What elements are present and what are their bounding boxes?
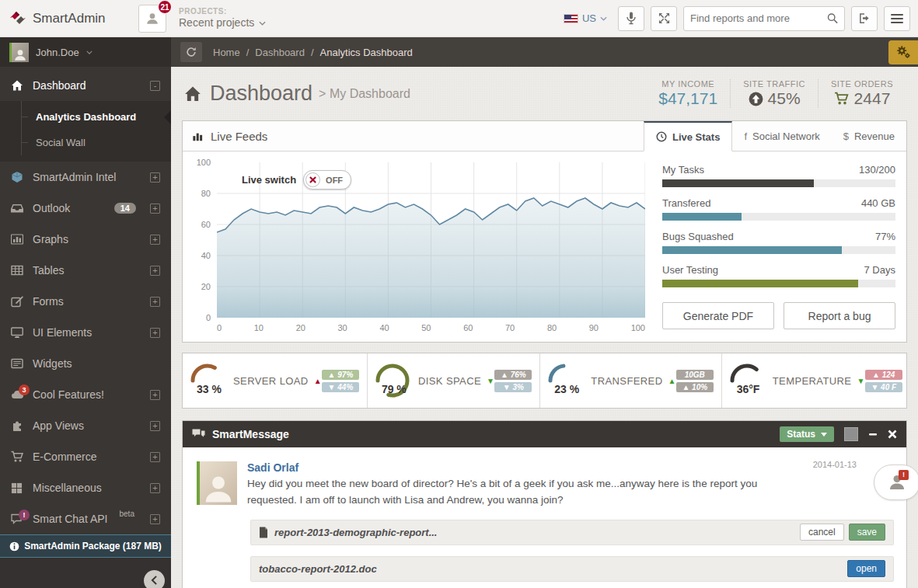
tile-badge: ▲ 124	[865, 370, 902, 380]
tab-revenue[interactable]: $ Revenue	[832, 121, 906, 151]
live-feeds-body: 020406080100	[183, 151, 906, 342]
expand-marker[interactable]: +	[150, 297, 160, 307]
sidebar-item-analytics-dashboard[interactable]: Analytics Dashboard	[0, 104, 171, 130]
tile-badge: ▲ 97%	[322, 370, 359, 380]
search-icon[interactable]	[827, 12, 838, 24]
user-icon	[145, 12, 159, 26]
monitor-icon	[11, 326, 24, 339]
expand-marker[interactable]: +	[150, 390, 160, 400]
attachment-row[interactable]: report-2013-demographic-report... cancel…	[250, 520, 894, 545]
tab-live-stats[interactable]: Live Stats	[644, 121, 732, 151]
sidebar-item-smartadmin-intel[interactable]: SmartAdmin Intel +	[0, 162, 171, 193]
chevron-down-icon	[86, 50, 92, 54]
trend-up-icon: ▲	[668, 377, 675, 385]
live-switch-label: Live switch	[242, 174, 296, 186]
generate-pdf-button[interactable]: Generate PDF	[662, 302, 774, 329]
layout-settings-button[interactable]	[888, 40, 918, 64]
expand-marker[interactable]: +	[150, 514, 160, 524]
bar-chart-icon	[192, 131, 204, 142]
sender-name[interactable]: Sadi Orlaf	[247, 461, 801, 474]
breadcrumb-dashboard[interactable]: Dashboard	[255, 47, 305, 58]
tile-badge: ▲ 76%	[494, 370, 532, 380]
page-subtitle: > My Dashboard	[319, 87, 410, 101]
sidebar-item-widgets[interactable]: Widgets	[0, 348, 171, 379]
chevron-left-icon	[151, 576, 158, 585]
cart-icon	[11, 451, 24, 463]
home-icon	[183, 85, 202, 103]
stat-bugs-squashed: Bugs Squashed77%	[662, 231, 895, 254]
stat-my-income: MY INCOME $47,171	[646, 79, 730, 108]
panel-title: Live Feeds	[211, 130, 267, 143]
attachment-row[interactable]: tobacco-report-2012.doc open	[250, 556, 894, 582]
collapse-marker[interactable]: -	[150, 81, 160, 91]
activity-button[interactable]: 21	[138, 5, 166, 33]
list-icon	[11, 357, 24, 370]
expand-marker[interactable]: +	[150, 483, 160, 493]
logout-button[interactable]	[851, 6, 878, 31]
open-button[interactable]: open	[847, 560, 885, 577]
brand-name: SmartAdmin	[33, 11, 106, 26]
search-input[interactable]	[690, 12, 827, 24]
hamburger-icon	[891, 12, 903, 26]
language-code: US	[582, 12, 596, 24]
smartmessage-panel: SmartMessage Status	[182, 420, 907, 588]
panel-color-button[interactable]	[844, 427, 858, 441]
outlook-badge: 14	[114, 203, 136, 214]
attachment-name: tobacco-report-2012.doc	[259, 563, 377, 575]
expand-marker[interactable]: +	[150, 235, 160, 245]
expand-marker[interactable]: +	[150, 204, 160, 214]
gears-icon	[895, 45, 911, 59]
menu-toggle-button[interactable]	[884, 6, 910, 31]
sidebar-item-social-wall[interactable]: Social Wall	[0, 130, 171, 155]
projects-dropdown[interactable]: PROJECTS: Recent projects	[179, 7, 266, 30]
sidebar-item-dashboard[interactable]: Dashboard -	[0, 70, 171, 101]
language-selector[interactable]: US	[564, 12, 607, 24]
sidebar-item-outlook[interactable]: Outlook 14 +	[0, 193, 171, 224]
sender-quick-view-button[interactable]: !	[874, 464, 918, 500]
stat-site-traffic: SITE TRAFFIC 45%	[730, 79, 818, 108]
report-bug-button[interactable]: Report a bug	[784, 302, 895, 329]
tile-badge: ▼ 44%	[322, 382, 359, 392]
live-feeds-header: Live Feeds Live Stats f Social Network	[183, 121, 906, 151]
breadcrumb-home[interactable]: Home	[213, 47, 240, 58]
sidebar-item-app-views[interactable]: App Views +	[0, 410, 171, 441]
sidebar-item-ui-elements[interactable]: UI Elements +	[0, 317, 171, 348]
live-switch-toggle[interactable]: OFF	[303, 170, 351, 190]
side-stats: My Tasks130/200 Transfered440 GB Bugs Sq…	[650, 162, 897, 334]
fullscreen-button[interactable]	[651, 6, 677, 31]
live-feeds-panel: Live Feeds Live Stats f Social Network	[182, 120, 907, 343]
voice-command-button[interactable]	[618, 6, 644, 31]
breadcrumb: Home / Dashboard / Analytics Dashboard	[213, 47, 413, 58]
status-dropdown-button[interactable]: Status	[780, 426, 834, 442]
expand-marker[interactable]: +	[150, 266, 160, 276]
package-download-bar[interactable]: SmartAdmin Package (187 MB)	[0, 534, 171, 558]
tile-server-load: 33 % SERVER LOAD▲ ▲ 97% ▼ 44%	[183, 353, 368, 408]
collapse-panel-button[interactable]	[868, 430, 878, 439]
sidebar-item-smart-chat-api[interactable]: ! Smart Chat API beta +	[0, 503, 171, 534]
sidebar-item-tables[interactable]: Tables +	[0, 255, 171, 286]
close-panel-button[interactable]	[888, 430, 897, 439]
tile-temperature: 36°F TEMPERATURE▼ ▲ 124 ▼ 40 F	[722, 353, 910, 408]
sidebar-item-ecommerce[interactable]: E-Commerce +	[0, 441, 171, 472]
sidebar-item-graphs[interactable]: Graphs +	[0, 224, 171, 255]
sidebar-item-cool-features[interactable]: 3 Cool Features! +	[0, 379, 171, 410]
sidebar-footer	[0, 558, 171, 588]
refresh-button[interactable]	[180, 42, 202, 62]
tile-transfered: 23 % TRANSFERED▲ 10GB ▲ 10%	[540, 353, 721, 408]
progress-track	[662, 213, 895, 221]
user-menu[interactable]: John.Doe	[0, 37, 171, 67]
expand-marker[interactable]: +	[150, 421, 160, 431]
cancel-button[interactable]: cancel	[800, 524, 844, 541]
expand-marker[interactable]: +	[150, 328, 160, 338]
sidebar-item-miscellaneous[interactable]: Miscellaneous +	[0, 472, 171, 503]
sidebar-item-forms[interactable]: Forms +	[0, 286, 171, 317]
bar-chart-icon	[11, 233, 24, 245]
trend-down-icon: ▼	[487, 377, 494, 385]
dollar-icon: $	[843, 130, 849, 142]
expand-marker[interactable]: +	[150, 452, 160, 462]
expand-marker[interactable]: +	[150, 172, 160, 183]
edit-icon	[11, 295, 24, 308]
save-button[interactable]: save	[849, 524, 885, 541]
tab-social-network[interactable]: f Social Network	[732, 121, 831, 151]
minify-sidebar-button[interactable]	[144, 570, 165, 588]
